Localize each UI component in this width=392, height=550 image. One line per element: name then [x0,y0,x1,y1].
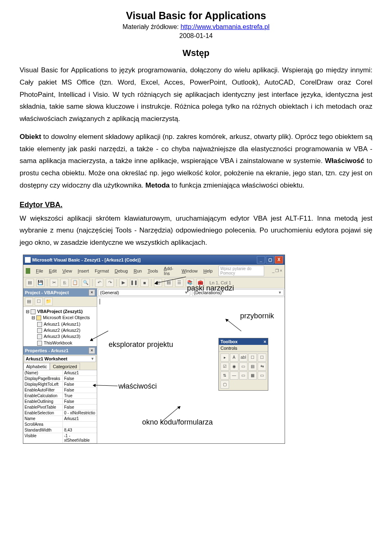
property-value[interactable]: False [63,405,97,410]
property-row[interactable]: DisplayPageBreaksFalse [23,376,97,382]
project-pane-close[interactable]: × [89,289,95,296]
toolbar-project-icon[interactable]: ▤ [165,279,173,287]
property-key: EnableOutlining [23,399,63,404]
properties-grid[interactable]: (Name)Arkusz1DisplayPageBreaksFalseDispl… [23,370,97,443]
minimize-button[interactable]: _ [257,256,265,264]
tree-folder[interactable]: Microsoft Excel Objects [43,315,90,320]
close-button[interactable]: X [275,256,283,264]
project-tree[interactable]: ⊟ VBAProject (Zeszyt1) ⊟ Microsoft Excel… [23,307,97,346]
toolbar-redo-icon[interactable]: ↷ [106,279,114,287]
property-value[interactable]: 8,43 [63,427,97,433]
toolbar-find-icon[interactable]: 🔍 [82,279,90,287]
toolbar-paste-icon[interactable]: 📋 [71,279,79,287]
menu-help[interactable]: Help [203,268,213,273]
project-folders-icon[interactable]: 📁 [45,297,53,306]
property-value[interactable]: False [63,376,97,381]
property-value[interactable]: 0 - xlNoRestrictio [63,410,97,416]
property-value[interactable]: -1 - xlSheetVisible [63,433,97,443]
menu-file[interactable]: File [36,268,43,273]
toolbox-item[interactable]: ▭ [258,371,266,380]
menu-run[interactable]: Run [134,268,142,273]
maximize-button[interactable]: ▢ [266,256,274,264]
property-value[interactable]: False [63,399,97,404]
toolbar-excel-icon[interactable]: ▤ [26,279,34,287]
toolbar-browser-icon[interactable]: 📚 [186,279,194,287]
toolbar-run-icon[interactable]: ▶ [119,279,127,287]
property-value[interactable]: True [63,393,97,398]
properties-object-select[interactable]: Arkusz1 Worksheet ▼ [24,355,96,362]
toolbox-window[interactable]: Toolbox × Controls ▸Aabl☐☐☑◉▭▤⇆⇅—▭▦▭▢ [218,338,268,391]
tree-item-3[interactable]: ThisWorkbook [44,340,72,345]
property-row[interactable]: EnableSelection0 - xlNoRestrictio [23,410,97,416]
toolbar-copy-icon[interactable]: ⎘ [60,279,69,287]
menu-tools[interactable]: Tools [147,268,158,273]
toolbox-item[interactable]: ▤ [248,362,257,371]
property-value[interactable]: Arkusz1 [63,416,97,421]
toolbar-toolbox-icon[interactable]: 🧰 [196,279,205,287]
toolbox-item[interactable]: ☐ [258,353,266,362]
property-value[interactable]: False [63,387,97,393]
project-view-code-icon[interactable]: ▤ [25,297,33,306]
code-object-dropdown[interactable]: (General) ▼ [98,289,190,296]
property-row[interactable]: StandardWidth8,43 [23,427,97,433]
property-row[interactable]: EnableCalculationTrue [23,393,97,399]
project-view-object-icon[interactable]: ☐ [35,297,43,306]
toolbox-item[interactable]: — [230,371,238,380]
toolbox-item[interactable]: abl [239,353,248,362]
toolbox-item[interactable]: ▭ [239,362,248,371]
code-procedure-dropdown[interactable]: (Declarations) ▼ [192,289,284,296]
toolbar-save-icon[interactable]: 💾 [36,279,45,287]
property-row[interactable]: EnablePivotTableFalse [23,405,97,410]
toolbox-item[interactable]: ▭ [239,371,248,380]
toolbar-design-icon[interactable]: ◧ [154,279,162,287]
help-search-box[interactable]: Wpisz pytanie do Pomocy [218,266,264,276]
property-key: EnableCalculation [23,393,63,398]
menu-format[interactable]: Format [95,268,109,273]
menu-debug[interactable]: Debug [115,268,128,273]
property-row[interactable]: EnableOutliningFalse [23,399,97,405]
menu-addins[interactable]: Add-Ins [164,266,176,276]
property-value[interactable] [63,422,97,427]
properties-tab-categorized[interactable]: Categorized [50,363,80,370]
window-titlebar[interactable]: Microsoft Visual Basic - Zeszyt1 - [Arku… [23,255,285,265]
toolbox-item[interactable]: ◉ [230,362,238,371]
toolbox-item[interactable]: ▸ [220,353,229,362]
toolbox-item[interactable]: ▦ [248,371,257,380]
toolbox-tab-controls[interactable]: Controls [219,345,268,352]
menu-edit[interactable]: Edit [49,268,57,273]
property-row[interactable]: DisplayRightToLeftFalse [23,382,97,387]
toolbar-break-icon[interactable]: ❚❚ [130,279,138,287]
mdi-minimize[interactable]: _ [272,268,275,273]
toolbar-reset-icon[interactable]: ■ [140,279,149,287]
toolbar-properties-icon[interactable]: ☰ [175,279,183,287]
mdi-restore[interactable]: ❐ [275,268,279,273]
menu-view[interactable]: View [62,268,72,273]
property-row[interactable]: Visible-1 - xlSheetVisible [23,433,97,443]
tree-item-1[interactable]: Arkusz2 (Arkusz2) [44,328,80,333]
mdi-close[interactable]: × [280,268,282,273]
tree-item-2[interactable]: Arkusz3 (Arkusz3) [44,334,80,339]
tree-root[interactable]: VBAProject (Zeszyt1) [37,309,82,314]
toolbox-item[interactable]: ⇆ [258,362,266,371]
tree-item-0[interactable]: Arkusz1 (Arkusz1) [44,322,80,326]
code-editor-area[interactable]: Toolbox × Controls ▸Aabl☐☐☑◉▭▤⇆⇅—▭▦▭▢ [97,297,285,432]
toolbar-undo-icon[interactable]: ↶ [95,279,103,287]
toolbox-item[interactable]: ▢ [220,380,229,389]
property-row[interactable]: NameArkusz1 [23,416,97,422]
source-link[interactable]: http://www.vbamania.estrefa.pl [180,23,270,30]
toolbox-item[interactable]: A [230,353,238,362]
property-row[interactable]: (Name)Arkusz1 [23,370,97,376]
menu-window[interactable]: Window [182,268,198,273]
property-value[interactable]: False [63,382,97,387]
toolbox-close[interactable]: × [264,339,266,344]
properties-pane-close[interactable]: × [89,347,95,354]
toolbox-item[interactable]: ☐ [248,353,257,362]
menu-insert[interactable]: Insert [78,268,89,273]
property-row[interactable]: ScrollArea [23,422,97,427]
toolbox-item[interactable]: ⇅ [220,371,229,380]
property-row[interactable]: EnableAutoFilterFalse [23,387,97,393]
properties-tab-alphabetic[interactable]: Alphabetic [23,363,50,370]
property-value[interactable]: Arkusz1 [63,370,97,376]
toolbox-item[interactable]: ☑ [220,362,229,371]
toolbar-cut-icon[interactable]: ✂ [50,279,58,287]
